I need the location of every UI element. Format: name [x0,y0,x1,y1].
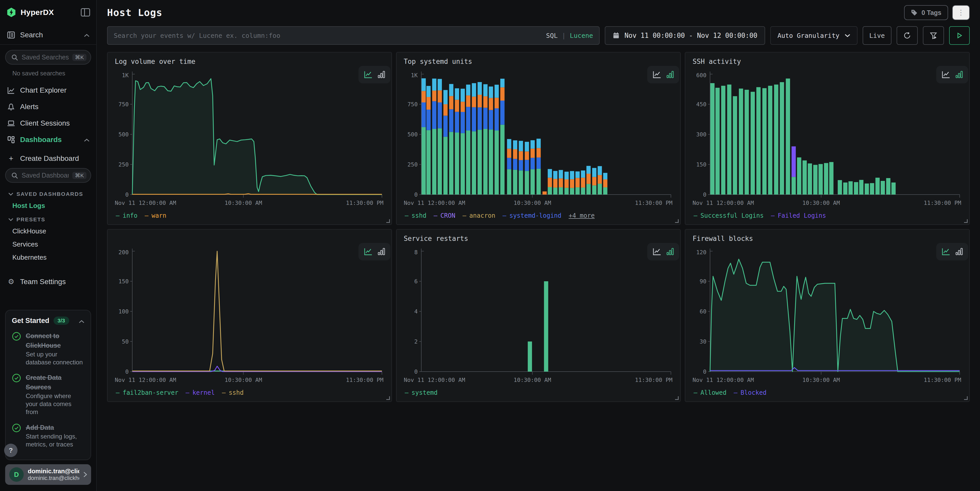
legend-item[interactable]: —systemd-logind [503,212,562,219]
line-chart-icon[interactable] [942,71,950,78]
divider: | [562,32,566,40]
event-search-input[interactable]: Search your events w/ Lucene ex. column:… [107,26,600,45]
search-section-icon [7,31,16,39]
line-chart-icon[interactable] [653,71,662,78]
bar-chart-icon[interactable] [956,71,963,78]
panel-resize-handle[interactable] [675,396,679,400]
legend-item[interactable]: —info [116,212,137,219]
legend-label: Failed Logins [778,212,826,219]
panel-resize-handle[interactable] [964,396,968,400]
panel-resize-handle[interactable] [675,219,679,223]
get-started-item[interactable]: Create Data SourcesConfigure where your … [12,372,84,416]
legend-item[interactable]: —fail2ban-server [116,389,178,396]
bar-chart-icon[interactable] [378,71,385,78]
svg-text:600: 600 [697,72,707,78]
line-chart-icon[interactable] [364,248,373,256]
sql-mode-toggle[interactable]: SQL [546,32,558,40]
svg-text:10:30:00 AM: 10:30:00 AM [225,200,262,206]
chart-legend: —Successful Logins—Failed Logins [692,210,962,221]
tags-button[interactable]: 0 Tags [904,5,948,20]
gear-icon: ⚙ [7,277,16,286]
panel-resize-handle[interactable] [386,219,390,223]
line-chart-icon[interactable] [653,248,662,256]
svg-text:Nov 11 12:00:00 AM: Nov 11 12:00:00 AM [692,377,754,383]
chart-type-toggle [647,243,679,261]
saved-searches-input[interactable]: Saved Searches ⌘K [5,50,91,65]
svg-text:11:30:00 PM: 11:30:00 PM [635,377,673,383]
saved-dashboards-heading[interactable]: SAVED DASHBOARDS [0,187,96,199]
svg-text:11:30:00 PM: 11:30:00 PM [924,377,961,383]
bar-chart-icon[interactable] [667,248,674,256]
legend-item[interactable]: —Allowed [694,389,727,396]
legend-more-link[interactable]: +4 more [569,212,595,219]
svg-text:1K: 1K [122,72,129,78]
line-chart-icon[interactable] [942,248,950,256]
toolbar: Search your events w/ Lucene ex. column:… [107,26,970,45]
svg-text:0: 0 [414,369,417,375]
sidebar-item-dashboards[interactable]: Dashboards [0,132,96,148]
filter-button[interactable] [923,26,944,45]
legend-item[interactable]: —kernel [186,389,215,396]
svg-text:1K: 1K [411,72,418,78]
help-button[interactable]: ? [4,444,18,457]
sidebar-item-alerts[interactable]: Alerts [0,99,96,115]
svg-text:120: 120 [697,249,707,256]
panel-firewall-blocks: Firewall blocks1209060300Nov 11 12:00:00… [685,229,970,402]
chevron-down-icon [845,34,850,37]
legend-item[interactable]: —sshd [405,212,426,219]
granularity-select[interactable]: Auto Granularity [770,26,858,45]
legend-swatch: — [186,389,189,396]
preset-dashboard-item[interactable]: Kubernetes [0,251,96,264]
svg-text:300: 300 [697,131,707,138]
presets-heading[interactable]: PRESETS [0,212,96,225]
saved-dashboard-item[interactable]: Host Logs [0,199,96,212]
chart-canvas: 6004503001500Nov 11 12:00:00 AM10:30:00 … [692,68,962,210]
legend-item[interactable]: —warn [145,212,166,219]
get-started-item[interactable]: Connect to ClickHouseSet up your databas… [12,331,84,366]
sidebar-item-team-settings[interactable]: ⚙ Team Settings [0,273,96,290]
get-started-card: Get Started 3/3 Connect to ClickHouseSet… [5,310,91,460]
live-button[interactable]: Live [863,26,891,45]
legend-label: fail2ban-server [123,389,178,396]
run-query-button[interactable] [949,26,970,45]
legend-item[interactable]: —CRON [434,212,455,219]
svg-text:750: 750 [407,101,418,108]
refresh-button[interactable] [897,26,918,45]
legend-swatch: — [503,212,506,219]
preset-dashboard-item[interactable]: ClickHouse [0,225,96,238]
legend-item[interactable]: —sshd [222,389,243,396]
preset-dashboard-item[interactable]: Services [0,238,96,251]
sidebar-collapse-icon[interactable] [81,8,90,16]
user-menu[interactable]: D dominic.tran@clic... dominic.tran@clic… [5,464,91,485]
svg-text:0: 0 [414,191,417,198]
bar-chart-icon[interactable] [378,248,385,256]
svg-text:11:30:00 PM: 11:30:00 PM [924,200,961,206]
legend-item[interactable]: —anacron [463,212,495,219]
sidebar-item-client-sessions[interactable]: Client Sessions [0,115,96,132]
legend-item[interactable]: —systemd [405,389,438,396]
app-name: HyperDX [21,8,77,17]
date-range-picker[interactable]: Nov 11 00:00:00 - Nov 12 00:00:00 [605,26,765,45]
sidebar-item-chart-explorer[interactable]: Chart Explorer [0,82,96,99]
panel-title: SSH activity [692,58,962,67]
legend-label: systemd-logind [509,212,561,219]
legend-item[interactable]: —Successful Logins [694,212,764,219]
legend-item[interactable]: —Blocked [734,389,767,396]
panel-resize-handle[interactable] [386,396,390,400]
bar-chart-icon[interactable] [956,248,963,256]
create-dashboard-button[interactable]: + Create Dashboard [0,148,96,167]
line-chart-icon[interactable] [364,71,373,78]
bar-chart-icon[interactable] [667,71,674,78]
lucene-mode-toggle[interactable]: Lucene [570,32,593,40]
panel-menu-button[interactable]: ⋮ [952,5,970,20]
sidebar-item-search[interactable]: Search [0,27,96,43]
get-started-item[interactable]: Add DataStart sending logs, metrics, or … [12,422,84,448]
legend-item[interactable]: —Failed Logins [771,212,826,219]
panel-resize-handle[interactable] [964,219,968,223]
saved-dashboards-input[interactable]: Saved Dashboards ⌘K [5,168,91,183]
svg-text:Nov 11 12:00:00 AM: Nov 11 12:00:00 AM [404,200,465,206]
dashboards-grid-icon [7,136,16,144]
chevron-up-icon[interactable] [79,316,84,326]
chart-area: 200150100500Nov 11 12:00:00 AM10:30:00 A… [115,245,384,387]
chart-canvas: 1K7505002500Nov 11 12:00:00 AM10:30:00 A… [404,68,673,210]
